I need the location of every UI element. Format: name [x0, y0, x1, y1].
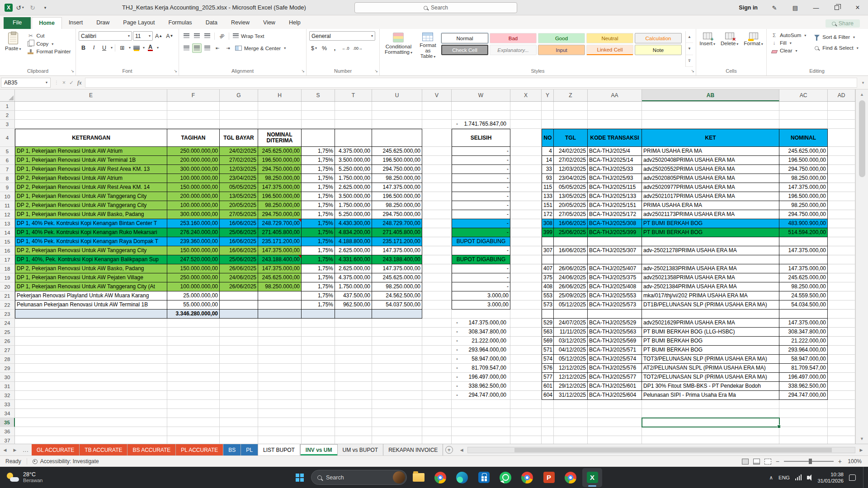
cell-H33[interactable] [258, 400, 302, 409]
cell-AA34[interactable] [588, 409, 642, 418]
cell-AD27[interactable] [828, 346, 855, 355]
cell-E13[interactable]: DP 1, 40% Pek. Kontruksi Kopi Kenangan B… [15, 219, 167, 228]
cell-U20[interactable]: 98.250.000,00 [372, 282, 422, 291]
cell-X2[interactable] [510, 111, 542, 120]
cell-AA6[interactable]: BCA-THJ/2025/14 [588, 156, 642, 165]
cell-AA22[interactable]: BCA-THJ/2025/573 [588, 300, 642, 310]
cell-F31[interactable] [167, 382, 220, 391]
cell-Z27[interactable]: 04/12/2025 [554, 346, 588, 355]
cell-T9[interactable]: 2.625.000,00 [335, 183, 372, 192]
cell-AB5[interactable]: PRIMA USAHA ERA MA [642, 147, 779, 156]
volume-icon[interactable] [807, 476, 809, 479]
row-header-22[interactable]: 22 [0, 300, 15, 310]
cell-Z8[interactable]: 23/04/2025 [554, 174, 588, 183]
cell-G25[interactable] [220, 328, 258, 337]
store-taskbar-button[interactable] [474, 468, 494, 487]
cell-AB23[interactable] [642, 310, 779, 319]
cell-U4[interactable] [372, 129, 422, 147]
cell-Z37[interactable] [554, 436, 588, 444]
cell-Y36[interactable] [542, 427, 554, 436]
clipboard-dialog-launcher[interactable]: ↘ [71, 68, 74, 75]
cell-E17[interactable]: DP 1, 40%, Pek. Kontruksi Kopi Kenangan … [15, 255, 167, 264]
row-header-18[interactable]: 18 [0, 264, 15, 273]
cell-Z17[interactable] [554, 255, 588, 264]
cell-Z2[interactable] [554, 111, 588, 120]
cell-AA21[interactable]: BCA-THJ/2025/553 [588, 291, 642, 300]
cell-G37[interactable] [220, 436, 258, 444]
cell-G35[interactable] [220, 418, 258, 427]
cell-G12[interactable]: 27/05/2025 [220, 210, 258, 219]
cell-X23[interactable] [510, 310, 542, 319]
cell-AB24[interactable]: adv25021629PRIMA USAHA ERA MA [642, 319, 779, 328]
ribbon-tab-help[interactable]: Help [282, 17, 307, 29]
cell-T27[interactable] [335, 346, 372, 355]
chrome-taskbar-button[interactable] [430, 468, 450, 487]
cell-U27[interactable] [372, 346, 422, 355]
cell-V5[interactable] [422, 147, 452, 156]
cell-Y27[interactable]: 571 [542, 346, 554, 355]
cell-E10[interactable]: DP 1, Pekerjaan Renovasi Untuk AW Tangge… [15, 192, 167, 201]
cell-V23[interactable] [422, 310, 452, 319]
cell-F15[interactable]: 239.360.000,00 [167, 237, 220, 246]
cell-AD28[interactable] [828, 355, 855, 364]
column-header-X[interactable]: X [510, 89, 542, 101]
cell-G18[interactable]: 26/06/2025 [220, 264, 258, 273]
cell-E27[interactable] [15, 346, 167, 355]
cell-X25[interactable] [510, 328, 542, 337]
row-header-28[interactable]: 28 [0, 355, 15, 364]
cell-E8[interactable]: DP 2, Pekerjaan Rebovasi Untuk AW Atrium [15, 174, 167, 183]
cell-G20[interactable]: 26/06/2025 [220, 282, 258, 291]
column-header-T[interactable]: T [335, 89, 372, 101]
cell-W30[interactable]: -196.497.000,00 [452, 373, 510, 382]
cell-AC22[interactable]: 54.034.500,00 [779, 300, 828, 310]
cell-AA29[interactable]: BCA-THJ/2025/576 [588, 364, 642, 373]
cell-Y18[interactable]: 407 [542, 264, 554, 273]
cell-AA5[interactable]: BCA-THJ/2025/4 [588, 147, 642, 156]
cell-Y21[interactable]: 553 [542, 291, 554, 300]
cell-Y10[interactable]: 133 [542, 192, 554, 201]
cell-AB13[interactable]: PT BUMI BERKAH BOG [642, 219, 779, 228]
cell-U29[interactable] [372, 364, 422, 373]
cell-AC17[interactable] [779, 255, 828, 264]
cell-U35[interactable] [372, 418, 422, 427]
cell-E11[interactable]: DP 2, Pekerjaan Renovasi Untuk AW Tangge… [15, 201, 167, 210]
weather-widget[interactable]: 28°C Berawan [0, 471, 49, 483]
cell-Y14[interactable]: 399 [542, 228, 554, 237]
cancel-entry-icon[interactable]: × [62, 80, 66, 86]
cell-E18[interactable]: DP 2, Pekerjaan Renovasi Untuk AW Basko,… [15, 264, 167, 273]
cell-H6[interactable]: 196.500.000,00 [258, 156, 302, 165]
comma-style-icon[interactable]: , [330, 43, 340, 53]
cell-Z4[interactable]: TGL [554, 129, 588, 147]
cell-U24[interactable] [372, 319, 422, 328]
sign-in-button[interactable]: Sign in [732, 0, 764, 15]
row-header-29[interactable]: 29 [0, 364, 15, 373]
cell-G36[interactable] [220, 427, 258, 436]
cell-H29[interactable] [258, 364, 302, 373]
cell-S31[interactable] [302, 382, 335, 391]
cell-AC20[interactable]: 98.250.000,00 [779, 282, 828, 291]
cell-AC1[interactable] [779, 102, 828, 111]
cell-Z13[interactable]: 16/06/2025 [554, 219, 588, 228]
cell-X24[interactable] [510, 319, 542, 328]
cell-AC36[interactable] [779, 427, 828, 436]
cell-T30[interactable] [335, 373, 372, 382]
zoom-slider-thumb[interactable] [809, 459, 812, 464]
cell-G31[interactable] [220, 382, 258, 391]
file-explorer-taskbar-button[interactable] [409, 468, 429, 487]
cell-Y11[interactable]: 151 [542, 201, 554, 210]
cell-U12[interactable]: 294.750.000,00 [372, 210, 422, 219]
cell-AB22[interactable]: DT1B/PELUNASAN SLP (PRIMA USAHA ERA MA) [642, 300, 779, 310]
cell-W36[interactable] [452, 427, 510, 436]
cell-T23[interactable] [335, 310, 372, 319]
row-header-31[interactable]: 31 [0, 382, 15, 391]
cell-AA16[interactable]: BCA-THJ/2025/307 [588, 246, 642, 255]
cell-T4[interactable] [335, 129, 372, 147]
cell-W28[interactable]: -58.947.000,00 [452, 355, 510, 364]
cell-AD32[interactable] [828, 391, 855, 400]
cell-U8[interactable]: 98.250.000,00 [372, 174, 422, 183]
cell-S25[interactable] [302, 328, 335, 337]
cell-E1[interactable] [15, 102, 167, 111]
cell-Z25[interactable]: 11/11/2025 [554, 328, 588, 337]
font-dialog-launcher[interactable]: ↘ [174, 68, 177, 75]
cell-T16[interactable]: 2.625.000,00 [335, 246, 372, 255]
